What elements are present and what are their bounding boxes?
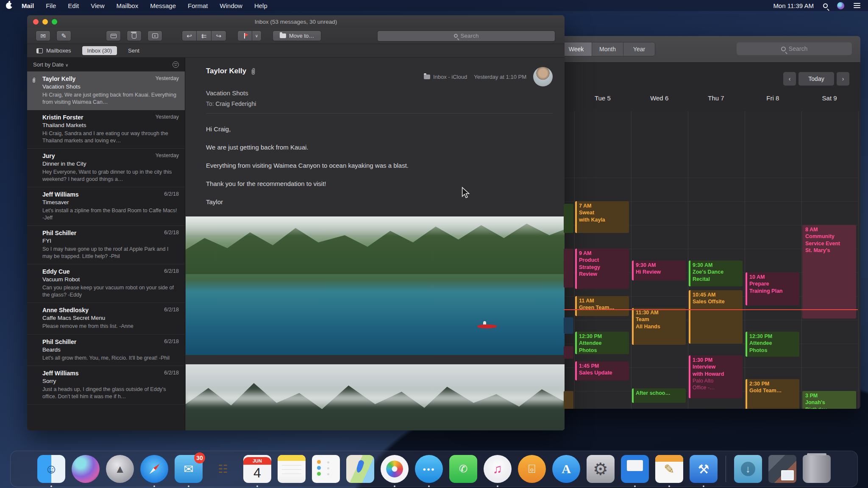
menu-item-format[interactable]: Format [188,2,208,9]
message-list-item[interactable]: Eddy Cue6/2/18Vacuum RobotCan you please… [27,264,185,303]
calendar-event[interactable]: 8 AMCommunityService EventSt. Mary's [802,225,856,319]
minimize-button[interactable] [42,19,48,25]
favorite-sent[interactable]: Sent [128,47,139,54]
calendar-today-button[interactable]: Today [798,72,834,86]
menu-item-mailbox[interactable]: Mailbox [116,2,138,9]
event-line: Attendee [749,340,797,347]
message-list-item[interactable]: Jeff Williams6/2/18TimesaverLet's instal… [27,187,185,226]
message-list-item[interactable]: Kristin ForsterYesterdayThailand Markets… [27,110,185,149]
tab-year[interactable]: Year [623,42,655,56]
apple-menu-icon[interactable] [6,3,12,9]
calendar-event[interactable]: 2:30 PMGold Team… [746,379,799,409]
mail-search-field[interactable]: Search [377,30,555,42]
dock-icon-reminders[interactable] [312,455,340,483]
menu-clock[interactable]: Mon 11:39 AM [773,2,814,9]
message-list-item[interactable]: JuryYesterdayDinner in the CityHey Every… [27,149,185,187]
event-line: Birthday [805,406,854,409]
dock-icon-messages[interactable]: ●●● [415,455,443,483]
forward-button[interactable]: ↪ [211,30,226,41]
dock-icon-maps[interactable] [346,455,374,483]
dock-icon-mail[interactable]: ✉30 [175,455,203,483]
flag-menu-button[interactable]: ∨ [252,30,262,41]
notification-center-icon[interactable] [854,3,860,8]
calendar-event[interactable]: 11:30 AMTeamAll Hands [632,308,686,345]
calendar-event[interactable]: 10 AMPrepareTraining Plan [746,272,799,305]
move-to-button[interactable]: Move to… [273,30,321,41]
dock-icon-notes[interactable] [278,455,306,483]
dock-icon-appstore[interactable]: A [552,455,580,483]
menu-item-window[interactable]: Window [220,2,242,9]
dock-icon-calendar[interactable]: JUN4 [243,455,271,483]
calendar-event[interactable]: 3 PMJonah'sBirthdayParty [802,391,856,409]
dock-icon-launchpad[interactable]: ▲ [106,455,134,483]
dock-icon-trash[interactable] [803,455,831,483]
dock-icon-facetime[interactable]: ✆ [449,455,477,483]
calendar-event[interactable]: 7 AMSweatwith Kayla [575,201,629,233]
compose-button[interactable]: ✎ [56,30,71,41]
tab-week[interactable]: Week [561,42,592,56]
dock-icon-system-preferences[interactable]: ⚙ [587,455,615,483]
calendar-event[interactable]: 9:30 AMHi Review [632,261,686,280]
attachment-photo-coastline[interactable] [186,216,565,355]
zoom-button[interactable] [52,19,57,25]
calendar-event[interactable]: 9 AMProductStrategyReview [575,249,629,289]
tab-month[interactable]: Month [592,42,623,56]
menu-item-message[interactable]: Message [150,2,176,9]
calendar-event-clipped[interactable] [564,249,573,288]
menu-item-edit[interactable]: Edit [68,2,79,9]
dock-icon-contacts[interactable]: ☷ [209,455,237,483]
dock-icon-finder[interactable]: ☺ [37,455,65,483]
calendar-event[interactable]: 1:30 PMInterviewwith HowardPalo AltoOffi… [689,355,743,398]
dock-icon-xcode[interactable]: ⚒ [690,455,718,483]
calendar-event-clipped[interactable] [564,391,573,409]
reply-all-button[interactable]: ⇇ [197,30,211,41]
calendar-event[interactable]: 9:30 AMZoe's DanceRecital [689,261,743,286]
dock-icon-siri[interactable] [72,455,100,483]
message-list-item[interactable]: Anne Shedlosky6/2/18Caffe Macs Secret Me… [27,303,185,335]
calendar-event[interactable]: 12:30 PMAttendeePhotos [575,332,629,354]
calendar-event-clipped[interactable] [564,204,573,233]
junk-button[interactable]: × [147,30,162,41]
spotlight-icon[interactable] [823,3,828,8]
calendar-prev-button[interactable]: ‹ [783,72,796,86]
dock-icon-textedit[interactable]: ✎ [655,455,683,483]
calendar-event[interactable]: 1:45 PMSales Update [575,361,629,380]
reply-button[interactable]: ↩ [182,30,197,41]
menu-item-help[interactable]: Help [254,2,267,9]
calendar-event[interactable]: After schoo… [632,388,686,402]
menu-item-view[interactable]: View [91,2,104,9]
menu-item-mail[interactable]: Mail [22,2,34,9]
siri-icon[interactable] [837,2,844,9]
close-button[interactable] [33,19,39,25]
favorite-inbox[interactable]: Inbox (30) [82,46,117,55]
dock-icon-desktop-stack[interactable] [768,455,796,483]
calendar-event[interactable]: 11 AMGreen Team… [575,296,629,316]
get-mail-button[interactable]: ✉ [36,30,50,41]
calendar-search-field[interactable]: Search [737,42,852,55]
calendar-event[interactable]: 12:30 PMAttendeePhotos [746,332,799,357]
dock-icon-safari[interactable] [140,455,168,483]
message-list-item[interactable]: Phil Schiller6/2/18FYISo I may have gone… [27,226,185,264]
menu-item-file[interactable]: File [46,2,56,9]
calendar-event-clipped[interactable] [564,317,573,334]
filter-icon[interactable] [172,61,179,68]
dock-icon-keynote[interactable] [621,455,649,483]
mail-titlebar[interactable]: Inbox (53 messages, 30 unread) [27,15,565,28]
dock-icon-ibooks[interactable]: ⌻ [518,455,546,483]
dock-icon-itunes[interactable]: ♫ [484,455,512,483]
event-line: Zoe's Dance [693,269,740,275]
flag-button[interactable] [237,30,252,41]
sort-by-date-dropdown[interactable]: Sort by Date ∨ [33,61,68,68]
dock-icon-photos[interactable] [381,455,409,483]
message-list-item[interactable]: Taylor KellyYesterdayVacation ShotsHi Cr… [27,72,185,110]
mailboxes-button[interactable]: Mailboxes [36,47,71,54]
dock-icon-downloads[interactable] [734,455,762,483]
calendar-next-button[interactable]: › [837,72,849,86]
attachment-photo-mountains[interactable] [186,364,565,430]
calendar-event[interactable]: 10:45 AMSales Offsite [689,290,743,344]
delete-button[interactable] [127,30,142,41]
calendar-event-clipped[interactable] [564,346,573,359]
archive-button[interactable] [106,30,121,41]
message-list-item[interactable]: Jeff Williams6/2/18SorryJust a heads up,… [27,366,185,405]
message-list-item[interactable]: Phil Schiller6/2/18BeardsLet's all grow … [27,335,185,366]
